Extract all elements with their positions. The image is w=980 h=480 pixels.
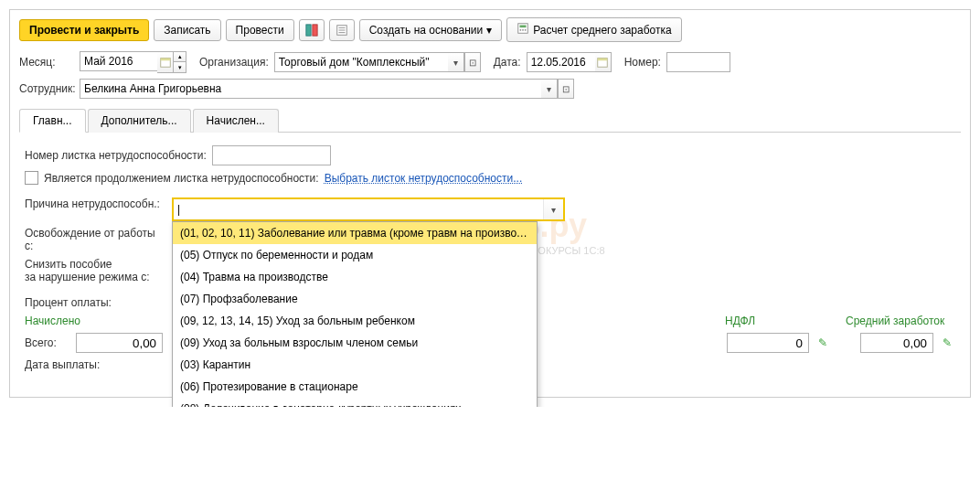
chevron-down-icon[interactable]: ▾ bbox=[541, 79, 558, 99]
open-icon[interactable]: ⊡ bbox=[558, 79, 574, 99]
payout-date-label: Дата выплаты: bbox=[25, 358, 166, 371]
chevron-down-icon: ▾ bbox=[486, 24, 492, 37]
debit-credit-icon[interactable] bbox=[299, 19, 325, 41]
avg-input[interactable] bbox=[860, 333, 933, 353]
svg-rect-12 bbox=[160, 59, 170, 61]
sheet-number-label: Номер листка нетрудоспособности: bbox=[25, 149, 207, 162]
conduct-button[interactable]: Провести bbox=[226, 19, 294, 41]
option-07[interactable]: (07) Профзаболевание bbox=[173, 288, 537, 310]
org-field[interactable]: ▾ ⊡ bbox=[274, 52, 481, 72]
save-button[interactable]: Записать bbox=[154, 19, 220, 41]
reason-label: Причина нетрудоспособн.: bbox=[25, 197, 166, 210]
org-label: Организация: bbox=[199, 56, 269, 69]
svg-point-10 bbox=[525, 29, 527, 31]
employee-label: Сотрудник: bbox=[19, 82, 74, 95]
tabs: Главн... Дополнитель... Начислен... bbox=[19, 108, 961, 133]
accrued-label: Начислено bbox=[25, 315, 166, 327]
spin-down-icon[interactable]: ▾ bbox=[174, 62, 186, 72]
select-sheet-link[interactable]: Выбрать листок нетрудоспособности... bbox=[325, 172, 523, 185]
create-based-label: Создать на основании bbox=[369, 24, 484, 37]
month-input[interactable] bbox=[80, 51, 157, 71]
number-input[interactable] bbox=[666, 52, 730, 72]
percent-label: Процент оплаты: bbox=[25, 296, 166, 309]
avg-calc-button[interactable]: Расчет среднего заработка bbox=[506, 17, 682, 42]
chevron-down-icon[interactable]: ▾ bbox=[448, 52, 464, 72]
reason-select[interactable]: ▾ (01, 02, 10, 11) Заболевание или травм… bbox=[172, 197, 565, 221]
spin-up-icon[interactable]: ▴ bbox=[174, 52, 186, 62]
conduct-close-button[interactable]: Провести и закрыть bbox=[19, 19, 149, 41]
option-06[interactable]: (06) Протезирование в стационаре bbox=[173, 376, 537, 398]
employee-input[interactable] bbox=[80, 79, 541, 99]
month-field[interactable]: ▴ ▾ bbox=[80, 51, 186, 73]
chevron-down-icon[interactable]: ▾ bbox=[543, 199, 563, 219]
edit-ndfl-icon[interactable]: ✎ bbox=[815, 336, 831, 349]
svg-rect-14 bbox=[598, 59, 608, 61]
month-label: Месяц: bbox=[19, 56, 74, 69]
option-01[interactable]: (01, 02, 10, 11) Заболевание или травма … bbox=[173, 222, 537, 244]
date-label: Дата: bbox=[494, 56, 521, 69]
reason-dropdown: (01, 02, 10, 11) Заболевание или травма … bbox=[172, 221, 538, 407]
avg-calc-label: Расчет среднего заработка bbox=[533, 24, 672, 37]
option-05[interactable]: (05) Отпуск по беременности и родам bbox=[173, 244, 537, 266]
toolbar: Провести и закрыть Записать Провести Соз… bbox=[19, 17, 961, 42]
calendar-icon[interactable] bbox=[595, 52, 612, 72]
total-input[interactable] bbox=[76, 333, 163, 353]
edit-avg-icon[interactable]: ✎ bbox=[939, 336, 955, 349]
reduce-label-2: за нарушение режима с: bbox=[25, 271, 166, 283]
svg-rect-0 bbox=[306, 24, 311, 35]
calc-icon bbox=[517, 22, 529, 37]
create-based-button[interactable]: Создать на основании ▾ bbox=[359, 19, 503, 41]
svg-rect-1 bbox=[313, 24, 317, 35]
avg-label: Средний заработок bbox=[846, 315, 955, 327]
svg-rect-7 bbox=[520, 26, 527, 28]
option-04[interactable]: (04) Травма на производстве bbox=[173, 266, 537, 288]
continuation-checkbox[interactable] bbox=[25, 171, 38, 185]
tab-additional[interactable]: Дополнитель... bbox=[88, 109, 191, 133]
option-09-child[interactable]: (09, 12, 13, 14, 15) Уход за больным реб… bbox=[173, 310, 537, 332]
svg-point-9 bbox=[522, 29, 524, 31]
release-label: Освобождение от работы с: bbox=[25, 227, 166, 252]
option-08[interactable]: (08) Долечивание в санаторно-курортных у… bbox=[173, 398, 537, 407]
option-09-adult[interactable]: (09) Уход за больным взрослым членом сем… bbox=[173, 332, 537, 354]
tab-accruals[interactable]: Начислен... bbox=[193, 109, 279, 133]
reduce-label-1: Снизить пособие bbox=[25, 258, 166, 271]
continuation-label: Является продолжением листка нетрудоспос… bbox=[44, 172, 319, 185]
svg-point-8 bbox=[520, 29, 522, 31]
list-icon[interactable] bbox=[329, 19, 355, 41]
number-label: Номер: bbox=[624, 56, 661, 69]
ndfl-label: НДФЛ bbox=[725, 315, 798, 327]
tab-main[interactable]: Главн... bbox=[19, 109, 86, 133]
employee-field[interactable]: ▾ ⊡ bbox=[80, 79, 574, 99]
ndfl-input[interactable] bbox=[727, 333, 809, 353]
open-icon[interactable]: ⊡ bbox=[464, 52, 481, 72]
reason-input[interactable] bbox=[174, 199, 543, 219]
sheet-number-input[interactable] bbox=[212, 145, 331, 165]
total-label: Всего: bbox=[25, 336, 70, 349]
date-input[interactable] bbox=[527, 52, 595, 72]
option-03[interactable]: (03) Карантин bbox=[173, 354, 537, 376]
org-input[interactable] bbox=[274, 52, 448, 72]
calendar-icon[interactable] bbox=[157, 51, 174, 73]
svg-rect-6 bbox=[518, 24, 528, 34]
date-field[interactable] bbox=[527, 52, 612, 72]
